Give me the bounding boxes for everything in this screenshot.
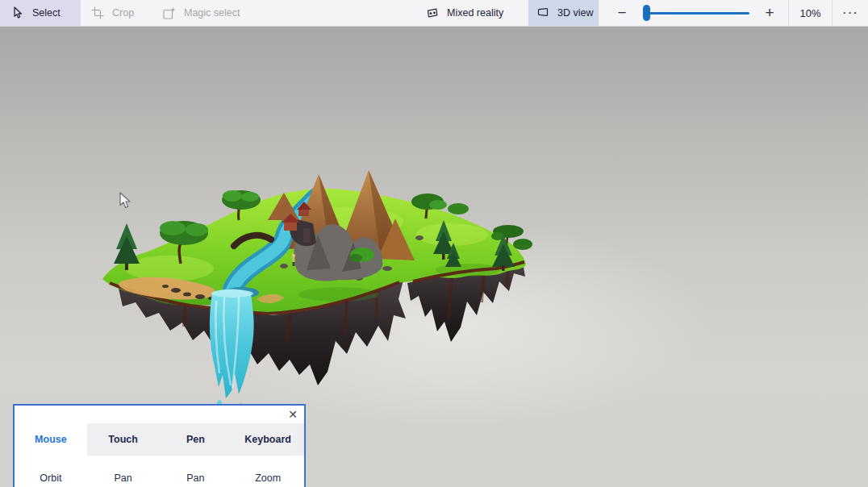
action-zoom: Zoom (232, 468, 304, 487)
island-grass-top (102, 189, 526, 314)
island-trees (160, 190, 532, 264)
island-mountains (268, 170, 415, 281)
island-pines (114, 220, 515, 271)
tab-pen[interactable]: Pen (160, 423, 232, 456)
ellipsis-icon: ··· (842, 5, 858, 21)
tiny-figure (292, 254, 295, 266)
input-help-panel: ✕ Mouse Touch Pen Keyboard Orbit Pan Pan… (13, 404, 306, 487)
zoom-level-value[interactable]: 10% (789, 0, 832, 26)
top-toolbar: Select Crop Magic select Mixed reality 3 (0, 0, 868, 27)
mouse-cursor-icon (118, 192, 132, 210)
magic-select-label: Magic select (184, 7, 240, 19)
action-pan-pen: Pan (160, 468, 232, 487)
island-village (282, 202, 316, 266)
tab-touch[interactable]: Touch (87, 423, 160, 456)
tab-keyboard[interactable]: Keyboard (232, 423, 304, 456)
crop-button[interactable]: Crop (81, 0, 155, 26)
island-river (223, 198, 316, 298)
input-mode-tabs: Mouse Touch Pen Keyboard (15, 423, 304, 456)
island-rock-base (118, 262, 525, 385)
plus-icon: + (765, 4, 774, 22)
magic-select-icon (163, 6, 176, 19)
select-button[interactable]: Select (0, 0, 81, 26)
crop-label: Crop (112, 7, 134, 19)
minus-icon: − (617, 4, 626, 22)
action-pan-touch: Pan (87, 468, 160, 487)
paint3d-window: Select Crop Magic select Mixed reality 3 (0, 0, 868, 487)
input-actions-row: Orbit Pan Pan Zoom (15, 468, 304, 487)
mixed-reality-button[interactable]: Mixed reality (418, 0, 508, 26)
zoom-slider-track[interactable] (644, 12, 749, 15)
mixed-reality-icon (426, 6, 439, 19)
action-orbit: Orbit (15, 468, 87, 487)
mixed-reality-label: Mixed reality (447, 7, 503, 19)
zoom-in-button[interactable]: + (757, 0, 782, 26)
tab-mouse[interactable]: Mouse (15, 423, 87, 456)
more-options-button[interactable]: ··· (833, 0, 868, 26)
zoom-slider-thumb[interactable] (643, 5, 650, 21)
island-sand-paths (119, 228, 424, 303)
3d-view-icon (536, 6, 549, 19)
zoom-slider[interactable] (639, 0, 753, 26)
close-icon[interactable]: ✕ (286, 407, 300, 422)
cursor-arrow-icon (11, 6, 24, 19)
zoom-out-button[interactable]: − (610, 0, 634, 26)
3d-view-label: 3D view (557, 7, 593, 19)
magic-select-button[interactable]: Magic select (155, 0, 250, 26)
3d-view-button[interactable]: 3D view (528, 0, 599, 26)
crop-icon (91, 6, 104, 19)
select-label: Select (32, 7, 61, 19)
